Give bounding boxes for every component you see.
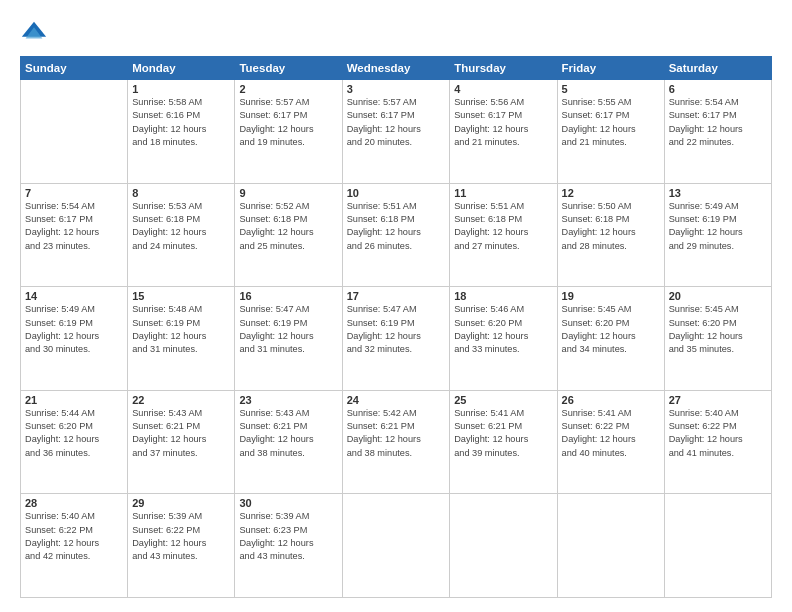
calendar-cell: 16Sunrise: 5:47 AM Sunset: 6:19 PM Dayli… (235, 287, 342, 391)
day-info: Sunrise: 5:45 AM Sunset: 6:20 PM Dayligh… (669, 303, 767, 356)
day-info: Sunrise: 5:51 AM Sunset: 6:18 PM Dayligh… (347, 200, 446, 253)
day-info: Sunrise: 5:42 AM Sunset: 6:21 PM Dayligh… (347, 407, 446, 460)
calendar-cell: 1Sunrise: 5:58 AM Sunset: 6:16 PM Daylig… (128, 80, 235, 184)
calendar-cell: 26Sunrise: 5:41 AM Sunset: 6:22 PM Dayli… (557, 390, 664, 494)
logo (20, 18, 52, 46)
day-info: Sunrise: 5:43 AM Sunset: 6:21 PM Dayligh… (132, 407, 230, 460)
calendar-cell: 24Sunrise: 5:42 AM Sunset: 6:21 PM Dayli… (342, 390, 450, 494)
calendar-cell: 3Sunrise: 5:57 AM Sunset: 6:17 PM Daylig… (342, 80, 450, 184)
day-number: 4 (454, 83, 552, 95)
day-info: Sunrise: 5:39 AM Sunset: 6:23 PM Dayligh… (239, 510, 337, 563)
day-info: Sunrise: 5:39 AM Sunset: 6:22 PM Dayligh… (132, 510, 230, 563)
day-info: Sunrise: 5:54 AM Sunset: 6:17 PM Dayligh… (25, 200, 123, 253)
day-info: Sunrise: 5:41 AM Sunset: 6:21 PM Dayligh… (454, 407, 552, 460)
day-number: 5 (562, 83, 660, 95)
day-number: 11 (454, 187, 552, 199)
calendar-week-row: 28Sunrise: 5:40 AM Sunset: 6:22 PM Dayli… (21, 494, 772, 598)
header (20, 18, 772, 46)
day-info: Sunrise: 5:57 AM Sunset: 6:17 PM Dayligh… (347, 96, 446, 149)
calendar-cell: 8Sunrise: 5:53 AM Sunset: 6:18 PM Daylig… (128, 183, 235, 287)
day-info: Sunrise: 5:50 AM Sunset: 6:18 PM Dayligh… (562, 200, 660, 253)
day-number: 1 (132, 83, 230, 95)
day-info: Sunrise: 5:47 AM Sunset: 6:19 PM Dayligh… (347, 303, 446, 356)
day-number: 7 (25, 187, 123, 199)
calendar-cell: 21Sunrise: 5:44 AM Sunset: 6:20 PM Dayli… (21, 390, 128, 494)
day-info: Sunrise: 5:53 AM Sunset: 6:18 PM Dayligh… (132, 200, 230, 253)
day-number: 3 (347, 83, 446, 95)
day-number: 23 (239, 394, 337, 406)
calendar-cell: 11Sunrise: 5:51 AM Sunset: 6:18 PM Dayli… (450, 183, 557, 287)
day-info: Sunrise: 5:46 AM Sunset: 6:20 PM Dayligh… (454, 303, 552, 356)
calendar-day-header: Wednesday (342, 57, 450, 80)
calendar-day-header: Sunday (21, 57, 128, 80)
calendar-day-header: Saturday (664, 57, 771, 80)
calendar-cell: 29Sunrise: 5:39 AM Sunset: 6:22 PM Dayli… (128, 494, 235, 598)
day-number: 25 (454, 394, 552, 406)
day-number: 12 (562, 187, 660, 199)
calendar-cell: 27Sunrise: 5:40 AM Sunset: 6:22 PM Dayli… (664, 390, 771, 494)
day-info: Sunrise: 5:56 AM Sunset: 6:17 PM Dayligh… (454, 96, 552, 149)
calendar-table: SundayMondayTuesdayWednesdayThursdayFrid… (20, 56, 772, 598)
day-number: 10 (347, 187, 446, 199)
calendar-cell (557, 494, 664, 598)
day-number: 14 (25, 290, 123, 302)
day-info: Sunrise: 5:44 AM Sunset: 6:20 PM Dayligh… (25, 407, 123, 460)
calendar-week-row: 1Sunrise: 5:58 AM Sunset: 6:16 PM Daylig… (21, 80, 772, 184)
calendar-cell: 2Sunrise: 5:57 AM Sunset: 6:17 PM Daylig… (235, 80, 342, 184)
calendar-cell: 12Sunrise: 5:50 AM Sunset: 6:18 PM Dayli… (557, 183, 664, 287)
calendar-cell: 14Sunrise: 5:49 AM Sunset: 6:19 PM Dayli… (21, 287, 128, 391)
day-info: Sunrise: 5:40 AM Sunset: 6:22 PM Dayligh… (669, 407, 767, 460)
day-info: Sunrise: 5:49 AM Sunset: 6:19 PM Dayligh… (669, 200, 767, 253)
calendar-cell: 22Sunrise: 5:43 AM Sunset: 6:21 PM Dayli… (128, 390, 235, 494)
calendar-cell: 5Sunrise: 5:55 AM Sunset: 6:17 PM Daylig… (557, 80, 664, 184)
day-number: 27 (669, 394, 767, 406)
day-info: Sunrise: 5:49 AM Sunset: 6:19 PM Dayligh… (25, 303, 123, 356)
day-number: 24 (347, 394, 446, 406)
calendar-day-header: Monday (128, 57, 235, 80)
page: SundayMondayTuesdayWednesdayThursdayFrid… (0, 0, 792, 612)
day-info: Sunrise: 5:58 AM Sunset: 6:16 PM Dayligh… (132, 96, 230, 149)
day-number: 19 (562, 290, 660, 302)
logo-icon (20, 18, 48, 46)
day-number: 15 (132, 290, 230, 302)
day-info: Sunrise: 5:48 AM Sunset: 6:19 PM Dayligh… (132, 303, 230, 356)
calendar-day-header: Tuesday (235, 57, 342, 80)
day-info: Sunrise: 5:52 AM Sunset: 6:18 PM Dayligh… (239, 200, 337, 253)
day-info: Sunrise: 5:43 AM Sunset: 6:21 PM Dayligh… (239, 407, 337, 460)
calendar-cell: 23Sunrise: 5:43 AM Sunset: 6:21 PM Dayli… (235, 390, 342, 494)
calendar-cell: 4Sunrise: 5:56 AM Sunset: 6:17 PM Daylig… (450, 80, 557, 184)
day-info: Sunrise: 5:55 AM Sunset: 6:17 PM Dayligh… (562, 96, 660, 149)
calendar-cell: 19Sunrise: 5:45 AM Sunset: 6:20 PM Dayli… (557, 287, 664, 391)
day-number: 2 (239, 83, 337, 95)
day-info: Sunrise: 5:47 AM Sunset: 6:19 PM Dayligh… (239, 303, 337, 356)
calendar-cell: 7Sunrise: 5:54 AM Sunset: 6:17 PM Daylig… (21, 183, 128, 287)
day-number: 30 (239, 497, 337, 509)
calendar-cell: 20Sunrise: 5:45 AM Sunset: 6:20 PM Dayli… (664, 287, 771, 391)
day-info: Sunrise: 5:41 AM Sunset: 6:22 PM Dayligh… (562, 407, 660, 460)
day-number: 20 (669, 290, 767, 302)
calendar-cell: 28Sunrise: 5:40 AM Sunset: 6:22 PM Dayli… (21, 494, 128, 598)
calendar-cell: 13Sunrise: 5:49 AM Sunset: 6:19 PM Dayli… (664, 183, 771, 287)
day-info: Sunrise: 5:51 AM Sunset: 6:18 PM Dayligh… (454, 200, 552, 253)
calendar-cell: 15Sunrise: 5:48 AM Sunset: 6:19 PM Dayli… (128, 287, 235, 391)
day-number: 8 (132, 187, 230, 199)
day-number: 29 (132, 497, 230, 509)
day-number: 9 (239, 187, 337, 199)
calendar-cell: 9Sunrise: 5:52 AM Sunset: 6:18 PM Daylig… (235, 183, 342, 287)
calendar-cell (664, 494, 771, 598)
calendar-cell: 25Sunrise: 5:41 AM Sunset: 6:21 PM Dayli… (450, 390, 557, 494)
day-number: 13 (669, 187, 767, 199)
calendar-week-row: 7Sunrise: 5:54 AM Sunset: 6:17 PM Daylig… (21, 183, 772, 287)
day-info: Sunrise: 5:45 AM Sunset: 6:20 PM Dayligh… (562, 303, 660, 356)
day-info: Sunrise: 5:54 AM Sunset: 6:17 PM Dayligh… (669, 96, 767, 149)
day-number: 18 (454, 290, 552, 302)
calendar-cell (21, 80, 128, 184)
day-number: 17 (347, 290, 446, 302)
calendar-cell: 6Sunrise: 5:54 AM Sunset: 6:17 PM Daylig… (664, 80, 771, 184)
calendar-cell: 17Sunrise: 5:47 AM Sunset: 6:19 PM Dayli… (342, 287, 450, 391)
day-info: Sunrise: 5:40 AM Sunset: 6:22 PM Dayligh… (25, 510, 123, 563)
calendar-cell (450, 494, 557, 598)
day-info: Sunrise: 5:57 AM Sunset: 6:17 PM Dayligh… (239, 96, 337, 149)
calendar-day-header: Thursday (450, 57, 557, 80)
day-number: 6 (669, 83, 767, 95)
